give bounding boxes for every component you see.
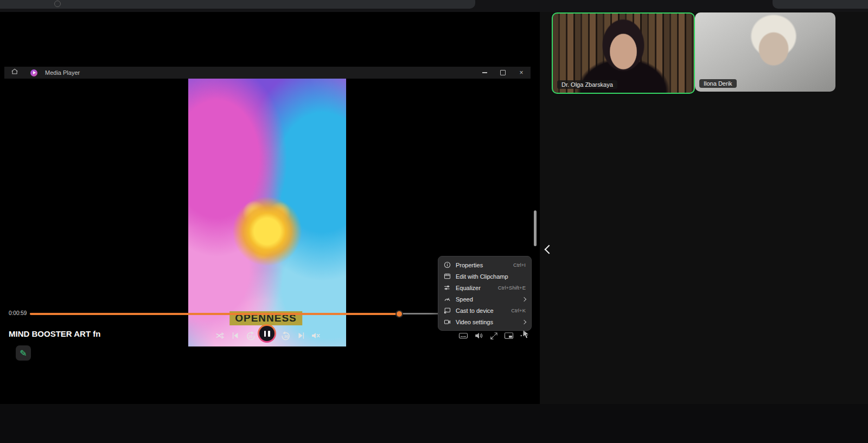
window-title: Media Player	[45, 69, 80, 76]
equalizer-icon	[444, 284, 451, 291]
featured-video[interactable]: Ilona Derik	[695, 12, 835, 92]
tab-favicon-icon	[54, 1, 61, 7]
mouse-cursor	[522, 329, 530, 341]
shuffle-button[interactable]	[213, 329, 227, 343]
cast-icon	[444, 307, 451, 314]
chevron-right-icon	[522, 319, 526, 324]
meeting-toolbar: Audio Video 79 Participants	[0, 404, 868, 443]
home-icon[interactable]	[11, 68, 18, 78]
menu-item-speed[interactable]: Speed	[438, 293, 531, 305]
previous-button[interactable]	[228, 329, 242, 343]
browser-tab[interactable]	[773, 0, 868, 9]
forward-30-button[interactable]: 30	[279, 329, 293, 343]
player-context-menu: Properties Ctrl+I Edit with Clipchamp Eq…	[438, 256, 532, 331]
seek-thumb[interactable]	[395, 310, 403, 318]
minimize-button[interactable]	[475, 67, 494, 79]
chevron-left-icon	[545, 245, 554, 254]
info-icon	[444, 261, 451, 268]
menu-item-equalizer[interactable]: Equalizer Ctrl+Shift+E	[438, 282, 531, 293]
participant-name-badge: Ilona Derik	[699, 79, 737, 88]
speedometer-icon	[444, 296, 451, 303]
chevron-right-icon	[522, 297, 526, 301]
maximize-button[interactable]	[494, 67, 512, 79]
gallery-scrollbar[interactable]	[534, 210, 537, 246]
featured-video-active-speaker[interactable]: Dr. Olga Zbarskaya	[552, 12, 695, 94]
participants-gallery: Dr. Olga Zbarskaya Ilona Derik Оксана Ку…	[540, 12, 868, 404]
shared-screen: Media Player × OPENNESS 0:00:59 MIND BOO…	[0, 12, 532, 404]
video-title: MIND BOOSTER ART fn	[9, 329, 100, 338]
svg-text:30: 30	[284, 335, 288, 338]
top-window-strip	[0, 0, 868, 12]
video-frame-flower-art	[188, 79, 346, 346]
close-button[interactable]: ×	[512, 67, 531, 79]
clipchamp-edit-icon	[444, 273, 451, 280]
rewind-10-button[interactable]: 10	[243, 329, 257, 343]
annotate-pencil-button[interactable]: ✎	[16, 345, 31, 361]
seek-played	[30, 313, 399, 315]
next-button[interactable]	[294, 329, 308, 343]
media-player-titlebar[interactable]: Media Player ×	[4, 67, 531, 79]
gallery-prev-button[interactable]	[544, 245, 552, 254]
browser-tab[interactable]	[0, 0, 475, 9]
mute-speaker-icon[interactable]	[309, 329, 323, 343]
svg-text:10: 10	[248, 335, 252, 338]
menu-item-video-settings[interactable]: Video settings	[438, 316, 531, 328]
menu-item-properties[interactable]: Properties Ctrl+I	[438, 259, 531, 271]
video-settings-icon	[444, 318, 451, 325]
menu-item-cast-to-device[interactable]: Cast to device Ctrl+K	[438, 305, 531, 316]
participant-name-badge: Dr. Olga Zbarskaya	[557, 80, 617, 89]
pause-button[interactable]	[258, 324, 276, 343]
menu-item-edit-with-clipchamp[interactable]: Edit with Clipchamp	[438, 271, 531, 282]
current-time: 0:00:59	[9, 310, 27, 316]
zoom-meeting-window: Media Player × OPENNESS 0:00:59 MIND BOO…	[0, 0, 868, 443]
media-player-logo-icon	[30, 69, 37, 76]
